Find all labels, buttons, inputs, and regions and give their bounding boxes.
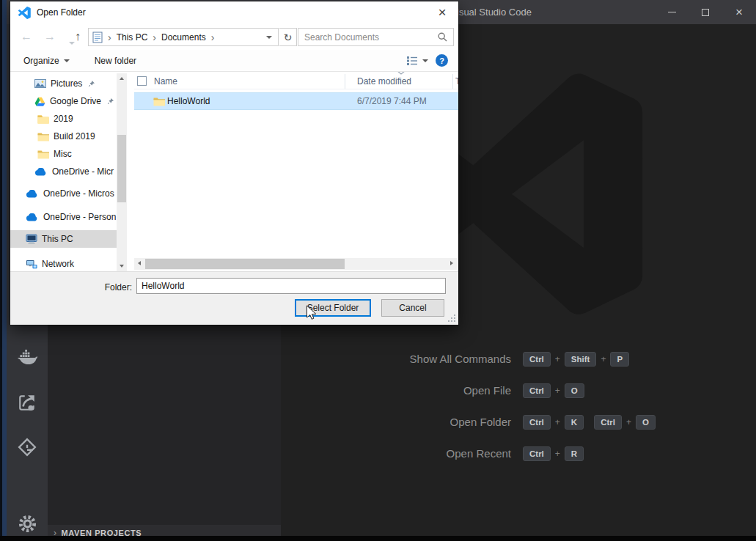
column-header-type-clipped[interactable]: T [455, 76, 458, 87]
gdrive-icon [34, 97, 45, 106]
breadcrumb-separator: › [211, 32, 215, 43]
keycap: Ctrl [594, 415, 622, 430]
shortcut-row: Open File Ctrl+ O [308, 375, 719, 406]
folder-field-label: Folder: [103, 282, 132, 292]
scroll-down-arrow[interactable] [120, 265, 124, 268]
sidebar-item-onedrive-3[interactable]: OneDrive - Person [10, 208, 117, 226]
help-button[interactable]: ? [436, 54, 448, 67]
settings-gear-icon[interactable] [17, 513, 37, 534]
shortcut-row: Show All Commands Ctrl+ Shift+ P [308, 343, 719, 375]
keycap: P [610, 352, 629, 367]
chevron-down-icon [422, 59, 428, 62]
search-icon [438, 32, 447, 42]
maximize-button[interactable] [689, 0, 722, 24]
plus-sign: + [555, 386, 560, 396]
resize-grip[interactable] [448, 314, 455, 322]
scroll-right-arrow[interactable] [450, 261, 453, 265]
organize-menu-button[interactable]: Organize [23, 56, 70, 66]
search-placeholder: Search Documents [304, 32, 438, 43]
shortcut-label: Show All Commands [308, 353, 511, 365]
keycap: K [565, 415, 584, 430]
chevron-down-icon [64, 59, 70, 62]
sidebar-item-label: OneDrive - Micros [43, 188, 114, 199]
pin-icon [88, 80, 95, 87]
minimize-icon [668, 12, 676, 12]
key-group: Ctrl+ R [523, 446, 584, 461]
back-button[interactable]: ← [21, 29, 32, 45]
keycap: R [565, 446, 584, 461]
share-extension-icon[interactable] [17, 392, 37, 413]
screenshot-bottom-strip [0, 536, 756, 541]
key-group: Ctrl+ O [523, 383, 584, 398]
cancel-button[interactable]: Cancel [381, 299, 444, 317]
recent-locations-chevron[interactable] [65, 33, 75, 49]
sidebar-item-label: This PC [42, 234, 73, 244]
pin-icon [107, 97, 114, 105]
dialog-toolbar: Organize New folder ? [10, 50, 458, 72]
sidebar-item-misc[interactable]: Misc [10, 145, 117, 163]
dialog-footer: Folder: Select Folder Cancel [10, 271, 458, 325]
sidebar-item-onedrive-2[interactable]: OneDrive - Micros [10, 185, 117, 202]
onedrive-icon [34, 168, 48, 176]
scroll-left-arrow[interactable] [138, 261, 141, 265]
file-name: HelloWorld [167, 96, 210, 106]
sidebar-item-label: OneDrive - Micr [52, 166, 114, 177]
docker-icon[interactable] [17, 347, 37, 368]
desktop-edge-strip [0, 0, 7, 541]
close-icon: × [735, 6, 743, 18]
refresh-button[interactable]: ↻ [279, 28, 297, 46]
sidebar-item-pictures[interactable]: Pictures [10, 75, 117, 92]
sidebar-item-google-drive[interactable]: Google Drive [10, 92, 117, 110]
scrollbar-thumb[interactable] [117, 135, 126, 202]
gitlens-icon[interactable] [17, 437, 37, 457]
keycap: O [565, 383, 584, 398]
plus-sign: + [626, 417, 631, 427]
sidebar-vertical-scrollbar[interactable] [117, 73, 127, 271]
views-button[interactable] [406, 56, 428, 66]
sidebar-item-label: OneDrive - Person [43, 212, 116, 222]
file-list-horizontal-scrollbar[interactable] [134, 258, 457, 270]
sidebar-item-label: Pictures [51, 78, 82, 89]
document-icon [92, 32, 103, 43]
sidebar-item-this-pc[interactable]: This PC [10, 230, 117, 248]
dialog-titlebar[interactable]: Open Folder × [10, 1, 458, 23]
forward-button[interactable]: → [44, 29, 56, 45]
breadcrumb-this-pc[interactable]: This PC [117, 32, 148, 43]
window-controls: × [655, 0, 756, 24]
column-separator[interactable] [452, 74, 453, 89]
sidebar-item-label: 2019 [54, 114, 73, 124]
sidebar-item-build-2019[interactable]: Build 2019 [10, 128, 117, 145]
sidebar-item-label: Build 2019 [54, 131, 95, 141]
up-button[interactable]: ↑ [75, 29, 81, 45]
minimize-button[interactable] [655, 0, 689, 24]
folder-icon [153, 97, 165, 106]
address-dropdown-chevron[interactable] [266, 36, 272, 39]
column-separator[interactable] [345, 74, 345, 89]
keycap: Ctrl [523, 446, 551, 461]
plus-sign: + [555, 449, 560, 459]
scroll-up-arrow[interactable] [120, 77, 124, 80]
file-row-helloworld[interactable]: HelloWorld 6/7/2019 7:44 PM [134, 92, 458, 110]
search-box[interactable]: Search Documents [298, 28, 454, 46]
file-list: Name Date modified T HelloWorld 6/7/2 [134, 72, 458, 271]
select-all-checkbox[interactable] [137, 76, 147, 86]
breadcrumb-separator: › [153, 32, 156, 43]
onedrive-icon [26, 190, 39, 198]
sidebar-item-label: Google Drive [50, 96, 101, 106]
close-window-button[interactable]: × [722, 0, 756, 24]
sidebar-item-2019[interactable]: 2019 [10, 110, 117, 128]
vscode-app-icon [18, 7, 31, 19]
folder-name-input[interactable] [136, 278, 446, 294]
sidebar-item-network[interactable]: Network [10, 255, 117, 273]
breadcrumb-documents[interactable]: Documents [161, 32, 206, 43]
address-bar[interactable]: › This PC › Documents › [88, 28, 279, 46]
dialog-close-button[interactable]: × [430, 4, 454, 21]
sidebar-item-onedrive-1[interactable]: OneDrive - Micr [10, 163, 117, 180]
file-date-modified: 6/7/2019 7:44 PM [357, 96, 427, 106]
column-header-date-modified[interactable]: Date modified [357, 76, 411, 87]
keycap: Shift [565, 352, 597, 367]
new-folder-button[interactable]: New folder [95, 56, 136, 66]
column-header-name[interactable]: Name [154, 76, 177, 87]
welcome-shortcuts: Show All Commands Ctrl+ Shift+ P Open Fi… [308, 343, 719, 469]
scrollbar-thumb[interactable] [145, 259, 345, 269]
